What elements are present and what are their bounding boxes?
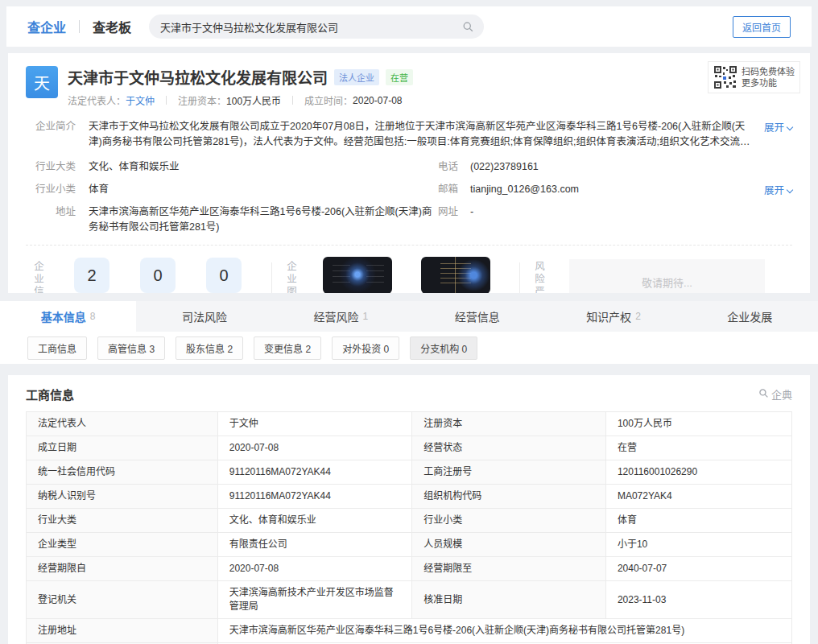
stat-shareholders[interactable]: 2 股东人员	[72, 258, 112, 293]
profile-text: 天津市于文仲马拉松文化发展有限公司成立于2020年07月08日，注册地位于天津市…	[89, 119, 753, 150]
main-tabs: 基本信息8 司法风险 经营风险1 经营信息 知识产权2 企业发展	[0, 301, 818, 332]
contact-expand-button[interactable]: 展开	[764, 182, 792, 197]
table-row: 成立日期 2020-07-08 经营状态 在营	[27, 436, 792, 460]
website-label: 网址	[438, 204, 459, 220]
chip-outbound-investment[interactable]: 对外投资 0	[332, 336, 399, 360]
industry-major-label: 行业大类	[26, 159, 76, 175]
company-info-grid: 行业大类 文化、体育和娱乐业 行业小类 体育 地址 天津市滨海高新区华苑产业区海…	[26, 159, 792, 242]
nav-check-boss[interactable]: 查老板	[93, 17, 131, 36]
sub-section-chips: 工商信息 高管信息 3 股东信息 2 变更信息 2 对外投资 0 分支机构 0	[0, 332, 818, 364]
tab-intellectual-property[interactable]: 知识产权2	[545, 301, 681, 332]
business-info-card: 工商信息 企典 法定代表人 于文仲 注册资本 100万人民币 成立日期 2020…	[8, 375, 810, 644]
actual-controller-thumbnail	[421, 257, 490, 293]
business-info-table: 法定代表人 于文仲 注册资本 100万人民币 成立日期 2020-07-08 经…	[26, 411, 792, 644]
search-icon[interactable]	[462, 21, 474, 33]
website-value: -	[470, 204, 473, 220]
org-structure-thumbnail	[323, 257, 392, 293]
qidian-tool-link[interactable]: 企典	[758, 386, 792, 402]
legal-rep-link[interactable]: 于文仲	[217, 412, 412, 436]
nav-check-enterprise[interactable]: 查企业	[27, 17, 66, 36]
tab-enterprise-development[interactable]: 企业发展	[682, 301, 818, 332]
chip-shareholders[interactable]: 股东信息 2	[176, 336, 243, 360]
stat-brands[interactable]: 0 产品品牌	[138, 258, 178, 293]
table-row: 法定代表人 于文仲 注册资本 100万人民币	[27, 412, 792, 436]
table-row: 经营期限自 2020-07-08 经营期限至 2040-07-07	[27, 557, 792, 581]
email-value: tianjing_0126@163.com	[470, 182, 579, 197]
org-structure-card[interactable]: 企业架构	[323, 257, 392, 293]
capital-value: 100万人民币	[226, 93, 281, 107]
enterprise-graph-title: 企业图谱	[283, 260, 299, 293]
nav-divider	[79, 20, 80, 33]
capital-label: 注册资本：	[178, 93, 226, 107]
profile-label: 企业简介	[26, 119, 76, 150]
tab-basic-info[interactable]: 基本信息8	[0, 301, 136, 332]
back-home-button[interactable]: 返回首页	[733, 16, 791, 38]
qr-code-image	[713, 65, 737, 89]
address-value: 天津市滨海高新区华苑产业区海泰华科三路1号6号楼-206(入驻新企顺(天津)商务…	[89, 204, 438, 235]
magnifier-icon	[758, 388, 769, 401]
address-label: 地址	[26, 204, 76, 235]
tab-judicial-risk[interactable]: 司法风险	[136, 301, 272, 332]
founded-value: 2020-07-08	[353, 95, 402, 106]
legal-entity-badge: 法人企业	[334, 69, 379, 85]
email-label: 邮箱	[438, 182, 459, 197]
search-bar[interactable]	[149, 14, 484, 39]
profile-expand-button[interactable]: 展开	[764, 119, 792, 150]
chip-branches[interactable]: 分支机构 0	[410, 336, 477, 360]
coming-soon-placeholder: 敬请期待...	[569, 259, 765, 293]
actual-controller-card[interactable]: 实际控制人	[421, 257, 490, 293]
qr-promo[interactable]: 扫码免费体验 更多功能	[708, 61, 800, 93]
tab-operating-risk[interactable]: 经营风险1	[273, 301, 409, 332]
industry-minor-value: 体育	[89, 182, 438, 197]
stat-financing[interactable]: 0 融资历程	[204, 258, 244, 293]
legal-rep-link[interactable]: 于文仲	[126, 93, 155, 107]
industry-minor-label: 行业小类	[26, 182, 76, 197]
tab-operating-info[interactable]: 经营信息	[409, 301, 545, 332]
legal-rep-label: 法定代表人：	[68, 93, 126, 107]
company-card: 扫码免费体验 更多功能 天 天津市于文仲马拉松文化发展有限公司 法人企业 在营 …	[8, 53, 810, 293]
phone-label: 电话	[438, 159, 459, 175]
section-divider	[519, 262, 520, 293]
overview-strip: 企业信息 2 股东人员 0 产品品牌 0 融资历程 企业图谱 企业架构	[26, 246, 792, 293]
chip-executives[interactable]: 高管信息 3	[97, 336, 165, 360]
company-profile-row: 企业简介 天津市于文仲马拉松文化发展有限公司成立于2020年07月08日，注册地…	[26, 119, 792, 150]
table-row: 纳税人识别号 91120116MA072YAK44 组织机构代码 MA072YA…	[27, 485, 792, 509]
meta-divider	[166, 96, 167, 105]
qr-promo-text: 扫码免费体验 更多功能	[742, 66, 795, 89]
company-name: 天津市于文仲马拉松文化发展有限公司	[68, 66, 328, 88]
section-divider	[271, 262, 272, 293]
phone-value: (022)23789161	[470, 159, 539, 175]
table-row: 统一社会信用代码 91120116MA072YAK44 工商注册号 120116…	[27, 460, 792, 485]
business-info-title: 工商信息	[26, 386, 74, 402]
table-row: 注册地址 天津市滨海高新区华苑产业区海泰华科三路1号6号楼-206(入驻新企顺(…	[27, 619, 792, 643]
enterprise-info-title: 企业信息	[31, 260, 46, 293]
top-bar: 查企业 查老板 返回首页	[6, 6, 812, 47]
company-meta: 法定代表人： 于文仲 注册资本： 100万人民币 成立时间： 2020-07-0…	[68, 93, 413, 107]
table-row: 行业大类 文化、体育和娱乐业 行业小类 体育	[27, 509, 792, 533]
founded-label: 成立时间：	[304, 93, 353, 107]
chip-business-registration[interactable]: 工商信息	[27, 336, 87, 360]
search-input[interactable]	[160, 21, 462, 33]
risk-check-title: 风险严查	[531, 260, 547, 293]
status-badge: 在营	[386, 69, 413, 85]
chevron-down-icon	[787, 124, 793, 130]
table-row: 企业类型 有限责任公司 人员规模 小于10	[27, 533, 792, 557]
meta-divider	[292, 96, 293, 105]
company-avatar: 天	[26, 66, 58, 98]
table-row: 登记机关 天津滨海高新技术产业开发区市场监督管理局 核准日期 2023-11-0…	[27, 581, 792, 619]
chevron-down-icon	[787, 187, 793, 193]
industry-major-value: 文化、体育和娱乐业	[89, 159, 438, 175]
company-header: 天 天津市于文仲马拉松文化发展有限公司 法人企业 在营 法定代表人： 于文仲 注…	[26, 66, 792, 107]
chip-changes[interactable]: 变更信息 2	[254, 336, 321, 360]
